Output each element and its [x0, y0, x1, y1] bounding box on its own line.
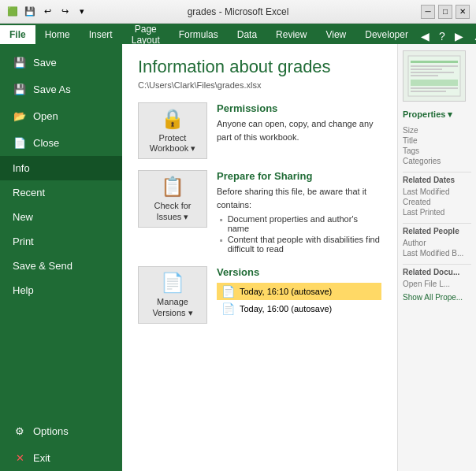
maximize-button[interactable]: □	[438, 5, 452, 19]
sidebar-item-open[interactable]: 📂 Open	[0, 102, 122, 129]
permissions-content: Permissions Anyone can open, copy, and c…	[217, 102, 381, 143]
tab-developer[interactable]: Developer	[355, 25, 418, 44]
save-icon: 💾	[13, 55, 27, 69]
permissions-heading: Permissions	[217, 102, 381, 114]
versions-heading: Versions	[217, 266, 381, 278]
versions-content: Versions 📄 Today, 16:10 (autosave) 📄 Tod…	[217, 266, 381, 317]
version-item-2[interactable]: 📄 Today, 16:00 (autosave)	[217, 300, 381, 317]
nav-left-icon[interactable]: ◀	[418, 28, 433, 44]
customize-icon[interactable]: ▾	[76, 6, 88, 18]
sidebar-item-exit-label: Exit	[33, 452, 50, 464]
prop-author: Author	[403, 239, 471, 247]
protect-workbook-label: ProtectWorkbook ▾	[150, 133, 195, 154]
prop-title: Title	[403, 136, 471, 145]
sidebar-item-new[interactable]: New	[0, 205, 122, 229]
sidebar-item-save-as[interactable]: 💾 Save As	[0, 76, 122, 102]
prepare-sharing-section: 📋 Check forIssues ▾ Prepare for Sharing …	[138, 170, 381, 255]
show-all-properties-link[interactable]: Show All Prope...	[403, 293, 471, 302]
manage-versions-button[interactable]: 📄 ManageVersions ▾	[138, 266, 207, 323]
sidebar-item-save[interactable]: 💾 Save	[0, 49, 122, 76]
options-icon: ⚙	[13, 424, 27, 438]
svg-rect-5	[411, 75, 438, 76]
sidebar-item-help[interactable]: Help	[0, 278, 122, 302]
prepare-sharing-text: Before sharing this file, be aware that …	[217, 185, 381, 211]
permissions-section: 🔒 ProtectWorkbook ▾ Permissions Anyone c…	[138, 102, 381, 159]
check-issues-label: Check forIssues ▾	[154, 201, 191, 221]
sidebar-item-help-label: Help	[13, 284, 34, 296]
permissions-text: Anyone can open, copy, and change any pa…	[217, 117, 381, 143]
sidebar-item-close[interactable]: 📄 Close	[0, 129, 122, 156]
prepare-sharing-content: Prepare for Sharing Before sharing this …	[217, 170, 381, 255]
tab-insert[interactable]: Insert	[80, 25, 122, 44]
info-panel: Information about grades C:\Users\Clark\…	[122, 44, 397, 471]
title-bar: 🟩 💾 ↩ ↪ ▾ grades - Microsoft Excel ─ □ ✕	[0, 0, 476, 24]
svg-rect-7	[411, 87, 458, 89]
tab-view[interactable]: View	[316, 25, 355, 44]
check-issues-button[interactable]: 📋 Check forIssues ▾	[138, 170, 207, 227]
svg-rect-6	[411, 80, 458, 86]
window-controls: ─ □ ✕	[421, 5, 470, 19]
prop-tags: Tags	[403, 146, 471, 155]
info-path: C:\Users\Clark\Files\grades.xlsx	[138, 80, 381, 90]
tab-page-layout[interactable]: Page Layout	[122, 25, 169, 44]
versions-icon: 📄	[161, 272, 184, 294]
main-layout: 💾 Save 💾 Save As 📂 Open 📄 Close Info Rec…	[0, 44, 476, 471]
undo-icon[interactable]: ↩	[41, 6, 54, 18]
sidebar-item-recent[interactable]: Recent	[0, 180, 122, 205]
sidebar-item-recent-label: Recent	[13, 187, 45, 198]
tab-review[interactable]: Review	[266, 25, 316, 44]
version-label-1: Today, 16:10 (autosave)	[240, 287, 332, 296]
svg-rect-8	[411, 91, 446, 92]
check-icon: 📋	[161, 176, 184, 198]
sidebar-item-options[interactable]: ⚙ Options	[0, 417, 122, 444]
sidebar-item-info[interactable]: Info	[0, 156, 122, 180]
sidebar-item-exit[interactable]: ✕ Exit	[0, 444, 122, 471]
protect-workbook-button[interactable]: 🔒 ProtectWorkbook ▾	[138, 102, 207, 159]
version-file-icon-2: 📄	[221, 302, 235, 315]
sidebar-item-close-label: Close	[33, 137, 59, 149]
window-title: grades - Microsoft Excel	[188, 6, 289, 17]
help-icon[interactable]: ?	[436, 28, 448, 44]
prop-last-printed: Last Printed	[403, 208, 471, 217]
bullet-item-2: Content that people with disabilities fi…	[220, 235, 381, 254]
save-quick-icon[interactable]: 💾	[24, 6, 36, 18]
sidebar-item-info-label: Info	[13, 162, 30, 174]
tab-data[interactable]: Data	[228, 25, 266, 44]
properties-header[interactable]: Properties ▾	[403, 109, 471, 120]
prop-categories: Categories	[403, 157, 471, 165]
version-item-1[interactable]: 📄 Today, 16:10 (autosave)	[217, 283, 381, 300]
excel-icon: 🟩	[6, 6, 19, 18]
open-icon: 📂	[13, 109, 27, 123]
related-dates-section: Related Dates	[403, 172, 471, 184]
sidebar-item-new-label: New	[13, 211, 33, 223]
prop-open-file[interactable]: Open File L...	[403, 280, 471, 288]
ribbon-tabs: File Home Insert Page Layout Formulas Da…	[0, 24, 476, 44]
title-bar-left: 🟩 💾 ↩ ↪ ▾	[6, 6, 88, 18]
sidebar-item-print-label: Print	[13, 236, 34, 247]
sidebar-item-print[interactable]: Print	[0, 229, 122, 254]
prop-last-modified-by: Last Modified B...	[403, 249, 471, 258]
prop-size: Size	[403, 126, 471, 135]
svg-rect-4	[411, 72, 454, 73]
redo-icon[interactable]: ↪	[58, 6, 71, 18]
ribbon-right-icons: ◀ ? ▶ ▲	[418, 28, 476, 44]
ribbon-minimize-icon[interactable]: ▲	[470, 28, 476, 44]
sidebar-item-save-send-label: Save & Send	[13, 260, 73, 272]
minimize-button[interactable]: ─	[421, 5, 435, 19]
sidebar-item-options-label: Options	[33, 425, 69, 437]
tab-formulas[interactable]: Formulas	[169, 25, 228, 44]
tab-file[interactable]: File	[0, 25, 35, 44]
prepare-sharing-heading: Prepare for Sharing	[217, 170, 381, 182]
svg-rect-1	[411, 61, 458, 63]
sidebar-item-open-label: Open	[33, 110, 58, 122]
svg-rect-3	[411, 69, 442, 70]
sidebar-item-save-label: Save	[33, 57, 57, 69]
tab-home[interactable]: Home	[35, 25, 80, 44]
close-button[interactable]: ✕	[456, 5, 470, 19]
related-docs-section: Related Docu...	[403, 264, 471, 276]
nav-right-icon[interactable]: ▶	[452, 28, 467, 44]
sidebar-item-save-send[interactable]: Save & Send	[0, 254, 122, 278]
doc-thumbnail	[403, 50, 466, 102]
version-file-icon-1: 📄	[221, 285, 235, 298]
sidebar: 💾 Save 💾 Save As 📂 Open 📄 Close Info Rec…	[0, 44, 122, 471]
